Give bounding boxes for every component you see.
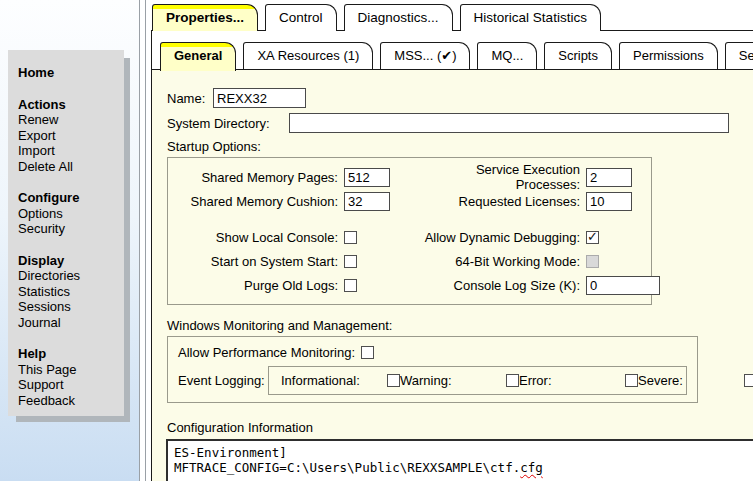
general-tab-panel: Name: System Directory: Startup Options:… [152,69,753,481]
sidebar-item-support[interactable]: Support [18,377,120,393]
properties-panel: Name: System Directory: Startup Options:… [151,30,753,481]
requested-licenses-input[interactable] [586,192,632,211]
sidebar-nav: Home Actions Renew Export Import Delete … [8,50,124,416]
event-severe-checkbox[interactable] [744,374,753,387]
tab-permissions[interactable]: Permissions [619,42,718,69]
sidebar-item-export[interactable]: Export [18,128,120,144]
event-severe-label: Severe: [638,373,738,388]
allow-performance-monitoring-checkbox[interactable] [361,346,374,359]
event-logging-groupbox: Informational: Warning: Error: Severe: [268,366,687,395]
sidebar-item-options[interactable]: Options [18,206,120,222]
sidebar-item-feedback[interactable]: Feedback [18,393,120,409]
configuration-information-textarea[interactable]: ES-Environment] MFTRACE_CONFIG=C:\Users\… [166,439,753,481]
event-informational-checkbox[interactable] [387,374,400,387]
startup-options-groupbox: Shared Memory Pages: Service Execution P… [167,157,652,305]
event-informational-label: Informational: [281,373,381,388]
shared-memory-cushion-input[interactable] [344,192,390,211]
sidebar-item-sessions[interactable]: Sessions [18,299,120,315]
event-warning-checkbox[interactable] [506,374,519,387]
allow-performance-monitoring-label: Allow Performance Monitoring: [178,345,355,360]
sidebar-item-directories[interactable]: Directories [18,268,120,284]
tab-xa-resources[interactable]: XA Resources (1) [243,42,373,69]
event-error-checkbox[interactable] [625,374,638,387]
64-bit-working-mode-label: 64-Bit Working Mode: [422,249,580,273]
name-input[interactable] [213,88,306,108]
shared-memory-cushion-label: Shared Memory Cushion: [168,189,338,213]
start-on-system-start-checkbox[interactable] [344,255,357,268]
shared-memory-pages-label: Shared Memory Pages: [168,165,338,189]
show-local-console-checkbox[interactable] [344,231,357,244]
service-execution-processes-label: Service Execution Processes: [422,165,580,189]
tab-properties[interactable]: Properties... [152,4,258,31]
event-logging-label: Event Logging: [178,373,268,388]
64-bit-working-mode-checkbox [586,255,599,268]
system-directory-label: System Directory: [167,116,289,131]
tab-control[interactable]: Control [265,4,337,31]
sidebar-item-statistics[interactable]: Statistics [18,284,120,300]
sidebar-item-this-page[interactable]: This Page [18,362,120,378]
purge-old-logs-checkbox[interactable] [344,279,357,292]
tab-diagnostics[interactable]: Diagnostics... [344,4,453,31]
secondary-tab-strip: General XA Resources (1) MSS... (✔) MQ..… [160,41,753,69]
event-error-label: Error: [519,373,619,388]
sidebar-header-actions: Actions [18,97,120,113]
sidebar-item-journal[interactable]: Journal [18,315,120,331]
start-on-system-start-label: Start on System Start: [168,249,338,273]
sidebar-item-security[interactable]: Security [18,221,120,237]
tab-security[interactable]: Security [725,42,753,69]
sidebar-header-configure: Configure [18,190,120,206]
config-line-1: ES-Environment] [174,445,753,460]
windows-monitoring-title: Windows Monitoring and Management: [167,318,753,333]
console-log-size-label: Console Log Size (K): [422,273,580,297]
system-directory-input[interactable] [289,113,729,133]
startup-options-label: Startup Options: [167,139,753,154]
startup-spacer [168,213,660,225]
configuration-information-title: Configuration Information [167,420,753,435]
service-execution-processes-input[interactable] [586,168,632,187]
config-line-2: MFTRACE_CONFIG=C:\Users\Public\REXXSAMPL… [174,460,753,475]
tab-historical-statistics[interactable]: Historical Statistics [460,4,601,31]
sidebar-item-import[interactable]: Import [18,143,120,159]
windows-monitoring-groupbox: Allow Performance Monitoring: Event Logg… [167,336,698,403]
tab-scripts[interactable]: Scripts [544,42,612,69]
console-log-size-input[interactable] [586,276,660,295]
sidebar-item-renew[interactable]: Renew [18,112,120,128]
allow-dynamic-debugging-label: Allow Dynamic Debugging: [422,225,580,249]
shared-memory-pages-input[interactable] [344,168,390,187]
divider-line-left [139,0,140,481]
name-label: Name: [167,91,213,106]
allow-dynamic-debugging-checkbox[interactable] [586,231,599,244]
sidebar-header-help: Help [18,346,120,362]
tab-general[interactable]: General [160,42,236,71]
sidebar-header-display: Display [18,253,120,269]
spellcheck-squiggle-word: cfg [520,460,543,475]
event-warning-label: Warning: [400,373,500,388]
requested-licenses-label: Requested Licenses: [422,189,580,213]
divider-line-right [145,0,146,481]
primary-tab-strip: Properties... Control Diagnostics... His… [152,3,601,31]
tab-mss[interactable]: MSS... (✔) [380,42,470,69]
show-local-console-label: Show Local Console: [168,225,338,249]
sidebar-item-delete-all[interactable]: Delete All [18,159,120,175]
purge-old-logs-label: Purge Old Logs: [168,273,338,297]
sidebar-item-home[interactable]: Home [18,65,120,81]
tab-mq[interactable]: MQ... [477,42,537,69]
